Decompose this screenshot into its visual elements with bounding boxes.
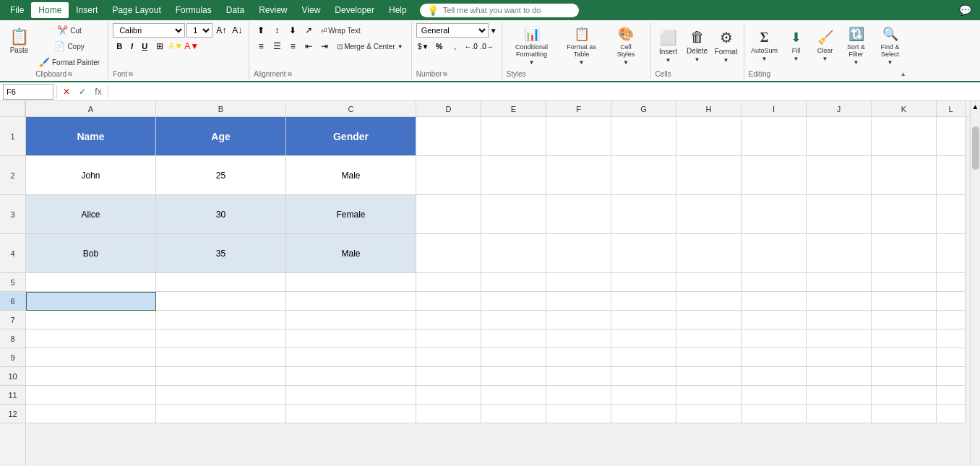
cell-b9[interactable] <box>156 348 286 367</box>
menu-insert[interactable]: Insert <box>69 2 105 18</box>
alignment-expand-icon[interactable]: ⧉ <box>288 71 292 78</box>
cell-f4[interactable] <box>546 234 611 273</box>
conditional-formatting-button[interactable]: 📊 Conditional Formatting ▼ <box>507 26 557 66</box>
cell-b12[interactable] <box>156 405 286 423</box>
cell-g1[interactable] <box>611 117 676 156</box>
cell-c2[interactable]: Male <box>286 156 416 195</box>
cell-b3[interactable]: 30 <box>156 195 286 234</box>
row-header-8[interactable]: 8 <box>0 329 25 348</box>
format-as-table-button[interactable]: 📋 Format as Table ▼ <box>560 26 603 66</box>
cell-i1[interactable] <box>742 117 807 156</box>
cell-k4[interactable] <box>872 234 937 273</box>
cell-d11[interactable] <box>416 386 481 405</box>
menu-view[interactable]: View <box>295 2 328 18</box>
cell-b5[interactable] <box>156 273 286 292</box>
cell-l5[interactable] <box>937 273 966 292</box>
vertical-scrollbar[interactable]: ▲ ▼ <box>970 101 980 466</box>
menu-data[interactable]: Data <box>219 2 252 18</box>
cell-a2[interactable]: John <box>26 156 156 195</box>
cell-l9[interactable] <box>937 348 966 367</box>
cell-b8[interactable] <box>156 329 286 348</box>
cell-h1[interactable] <box>676 117 742 156</box>
decrease-decimal-button[interactable]: ←.0 <box>464 39 478 53</box>
format-painter-button[interactable]: 🖌️ Format Painter <box>35 55 103 69</box>
cell-a8[interactable] <box>26 329 156 348</box>
cell-i3[interactable] <box>742 195 807 234</box>
cell-c3[interactable]: Female <box>286 195 416 234</box>
cell-a6[interactable] <box>26 292 156 311</box>
cell-d7[interactable] <box>416 311 481 329</box>
increase-font-button[interactable]: A↑ <box>214 23 228 38</box>
row-header-6[interactable]: 6 <box>0 292 25 311</box>
comma-button[interactable]: , <box>448 39 463 53</box>
formula-input[interactable] <box>111 84 977 100</box>
insert-button[interactable]: ⬜ Insert ▼ <box>656 26 682 66</box>
col-header-i[interactable]: I <box>742 101 807 116</box>
row-header-12[interactable]: 12 <box>0 405 25 423</box>
cell-f8[interactable] <box>546 329 611 348</box>
row-header-5[interactable]: 5 <box>0 273 25 292</box>
menu-formulas[interactable]: Formulas <box>168 2 219 18</box>
cell-j12[interactable] <box>807 405 872 423</box>
cell-c4[interactable]: Male <box>286 234 416 273</box>
cell-a7[interactable] <box>26 311 156 329</box>
cell-i7[interactable] <box>742 311 807 329</box>
align-right-button[interactable]: ≡ <box>285 39 300 53</box>
cell-l8[interactable] <box>937 329 966 348</box>
cell-c1[interactable]: Gender <box>286 117 416 156</box>
editing-expand-icon[interactable]: ▲ <box>901 71 906 77</box>
cell-f6[interactable] <box>546 292 611 311</box>
cell-j2[interactable] <box>807 156 872 195</box>
cell-l11[interactable] <box>937 386 966 405</box>
cell-h5[interactable] <box>676 273 742 292</box>
decrease-font-button[interactable]: A↓ <box>230 23 244 38</box>
scrollbar-thumb[interactable] <box>972 126 979 170</box>
align-bottom-button[interactable]: ⬇ <box>285 23 300 38</box>
fill-button[interactable]: ⬇ Fill ▼ <box>783 26 809 66</box>
cell-h6[interactable] <box>676 292 742 311</box>
cell-g9[interactable] <box>611 348 676 367</box>
cell-i4[interactable] <box>742 234 807 273</box>
cell-j5[interactable] <box>807 273 872 292</box>
cell-g8[interactable] <box>611 329 676 348</box>
number-format-select[interactable]: General <box>416 23 489 38</box>
row-header-10[interactable]: 10 <box>0 367 25 386</box>
cell-a11[interactable] <box>26 386 156 405</box>
menu-page-layout[interactable]: Page Layout <box>105 2 168 18</box>
cell-d2[interactable] <box>416 156 481 195</box>
cell-i9[interactable] <box>742 348 807 367</box>
menu-developer[interactable]: Developer <box>327 2 382 18</box>
increase-decimal-button[interactable]: .0→ <box>480 39 494 53</box>
cell-d6[interactable] <box>416 292 481 311</box>
row-header-7[interactable]: 7 <box>0 311 25 329</box>
cell-h2[interactable] <box>676 156 742 195</box>
cell-g7[interactable] <box>611 311 676 329</box>
increase-indent-button[interactable]: ⇥ <box>317 39 332 53</box>
number-format-arrow[interactable]: ▼ <box>490 27 497 35</box>
insert-function-button[interactable]: fx <box>92 85 105 98</box>
cell-a12[interactable] <box>26 405 156 423</box>
scrollbar-up-button[interactable]: ▲ <box>971 101 980 112</box>
cell-a3[interactable]: Alice <box>26 195 156 234</box>
cell-k10[interactable] <box>872 367 937 386</box>
cell-d10[interactable] <box>416 367 481 386</box>
cell-a5[interactable] <box>26 273 156 292</box>
cell-a1[interactable]: Name <box>26 117 156 156</box>
cell-g10[interactable] <box>611 367 676 386</box>
cancel-formula-button[interactable]: ✕ <box>60 85 73 98</box>
cell-l1[interactable] <box>937 117 966 156</box>
cell-i12[interactable] <box>742 405 807 423</box>
row-header-3[interactable]: 3 <box>0 195 25 234</box>
cell-j11[interactable] <box>807 386 872 405</box>
cell-i5[interactable] <box>742 273 807 292</box>
decrease-indent-button[interactable]: ⇤ <box>301 39 316 53</box>
cell-b10[interactable] <box>156 367 286 386</box>
cell-d4[interactable] <box>416 234 481 273</box>
cell-e1[interactable] <box>481 117 546 156</box>
cell-d3[interactable] <box>416 195 481 234</box>
cell-f10[interactable] <box>546 367 611 386</box>
cell-c12[interactable] <box>286 405 416 423</box>
cell-f1[interactable] <box>546 117 611 156</box>
tell-me-input[interactable] <box>443 6 572 14</box>
cell-f12[interactable] <box>546 405 611 423</box>
